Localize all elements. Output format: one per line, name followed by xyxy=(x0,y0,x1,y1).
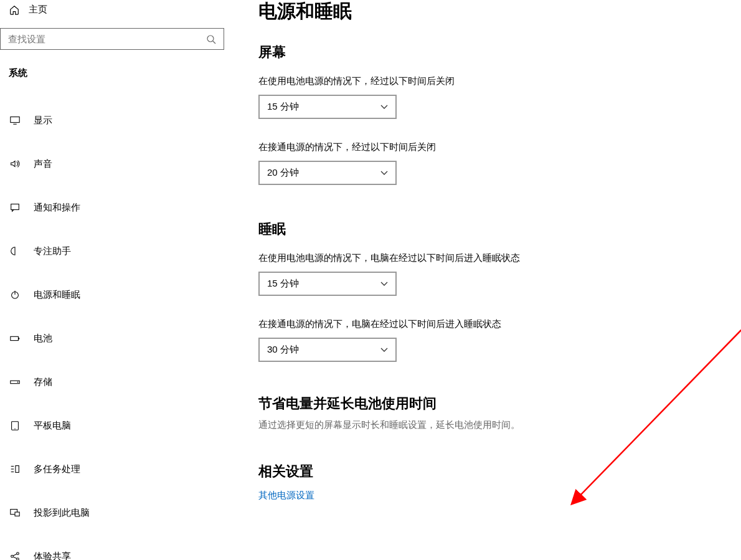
sleep-plugged-dropdown[interactable]: 30 分钟 xyxy=(258,338,397,362)
category-label: 系统 xyxy=(0,50,230,88)
other-power-settings-link[interactable]: 其他电源设置 xyxy=(258,490,314,500)
svg-line-27 xyxy=(579,254,741,496)
sidebar-item-label: 投影到此电脑 xyxy=(34,507,90,519)
sidebar-item-battery[interactable]: 电池 xyxy=(0,325,230,352)
dropdown-value: 30 分钟 xyxy=(267,344,299,356)
sidebar-item-tablet[interactable]: 平板电脑 xyxy=(0,412,230,439)
svg-line-22 xyxy=(13,554,16,556)
svg-rect-2 xyxy=(11,117,19,123)
sidebar-item-notifications[interactable]: 通知和操作 xyxy=(0,194,230,221)
dropdown-value: 15 分钟 xyxy=(267,278,299,290)
svg-rect-16 xyxy=(16,466,19,473)
sidebar-item-display[interactable]: 显示 xyxy=(0,107,230,134)
svg-point-0 xyxy=(207,36,214,42)
dropdown-value: 15 分钟 xyxy=(267,101,299,113)
sidebar-item-label: 体验共享 xyxy=(34,551,71,561)
section-title-screen: 屏幕 xyxy=(258,43,741,62)
svg-line-23 xyxy=(13,557,16,559)
share-icon xyxy=(9,550,21,560)
notification-icon xyxy=(9,201,21,214)
sidebar-item-label: 声音 xyxy=(34,158,52,170)
sidebar-item-power[interactable]: 电源和睡眠 xyxy=(0,281,230,308)
svg-rect-18 xyxy=(15,512,19,516)
sidebar-item-label: 专注助手 xyxy=(34,245,71,257)
screen-battery-label: 在使用电池电源的情况下，经过以下时间后关闭 xyxy=(258,75,741,87)
sidebar-item-label: 通知和操作 xyxy=(34,202,80,214)
sidebar-item-share[interactable]: 体验共享 xyxy=(0,543,230,560)
sidebar-item-project[interactable]: 投影到此电脑 xyxy=(0,499,230,526)
sidebar: 主页 系统 显示 声音 通知和操作 xyxy=(0,0,230,560)
sleep-battery-label: 在使用电池电源的情况下，电脑在经过以下时间后进入睡眠状态 xyxy=(258,252,741,264)
sidebar-item-label: 多任务处理 xyxy=(34,463,80,475)
svg-point-20 xyxy=(17,553,19,555)
sidebar-item-label: 电池 xyxy=(34,333,52,344)
dropdown-value: 20 分钟 xyxy=(267,167,299,179)
storage-icon xyxy=(9,376,21,388)
sidebar-item-sound[interactable]: 声音 xyxy=(0,150,230,178)
multitask-icon xyxy=(9,463,21,475)
nav-list: 显示 声音 通知和操作 专注助手 电源和睡眠 xyxy=(0,107,230,560)
svg-point-10 xyxy=(17,382,19,383)
chevron-down-icon xyxy=(380,282,388,287)
sidebar-item-label: 存储 xyxy=(34,376,52,388)
sidebar-item-storage[interactable]: 存储 xyxy=(0,368,230,396)
sidebar-item-label: 平板电脑 xyxy=(34,420,71,432)
svg-rect-7 xyxy=(11,336,19,340)
page-title: 电源和睡眠 xyxy=(258,0,741,24)
focus-icon xyxy=(9,245,21,257)
tablet-icon xyxy=(9,419,21,432)
home-label: 主页 xyxy=(29,4,47,16)
sidebar-item-multitask[interactable]: 多任务处理 xyxy=(0,455,230,483)
save-power-text: 通过选择更短的屏幕显示时长和睡眠设置，延长电池使用时间。 xyxy=(258,419,741,431)
search-input[interactable] xyxy=(8,34,206,44)
chevron-down-icon xyxy=(380,348,388,353)
home-link[interactable]: 主页 xyxy=(0,0,230,19)
screen-battery-dropdown[interactable]: 15 分钟 xyxy=(258,95,397,119)
svg-point-19 xyxy=(11,555,14,558)
display-icon xyxy=(9,114,21,126)
sidebar-item-label: 显示 xyxy=(34,115,52,126)
sidebar-item-focus[interactable]: 专注助手 xyxy=(0,237,230,265)
screen-plugged-label: 在接通电源的情况下，经过以下时间后关闭 xyxy=(258,141,741,153)
search-icon xyxy=(206,34,216,44)
chevron-down-icon xyxy=(380,105,388,110)
section-title-sleep: 睡眠 xyxy=(258,220,741,239)
chevron-down-icon xyxy=(380,171,388,176)
svg-rect-4 xyxy=(11,204,19,210)
svg-rect-8 xyxy=(18,338,19,339)
sound-icon xyxy=(9,158,21,170)
svg-line-1 xyxy=(213,41,215,44)
battery-icon xyxy=(9,332,21,344)
sleep-plugged-label: 在接通电源的情况下，电脑在经过以下时间后进入睡眠状态 xyxy=(258,318,741,330)
screen-plugged-dropdown[interactable]: 20 分钟 xyxy=(258,161,397,185)
sleep-battery-dropdown[interactable]: 15 分钟 xyxy=(258,272,397,296)
main-content: 电源和睡眠 屏幕 在使用电池电源的情况下，经过以下时间后关闭 15 分钟 在接通… xyxy=(230,0,741,560)
project-icon xyxy=(9,506,21,519)
save-power-title: 节省电量并延长电池使用时间 xyxy=(258,394,741,413)
related-title: 相关设置 xyxy=(258,462,741,481)
search-box[interactable] xyxy=(0,28,224,50)
svg-point-12 xyxy=(14,429,15,429)
home-icon xyxy=(9,4,20,16)
sidebar-item-label: 电源和睡眠 xyxy=(34,289,80,301)
power-icon xyxy=(9,288,21,301)
